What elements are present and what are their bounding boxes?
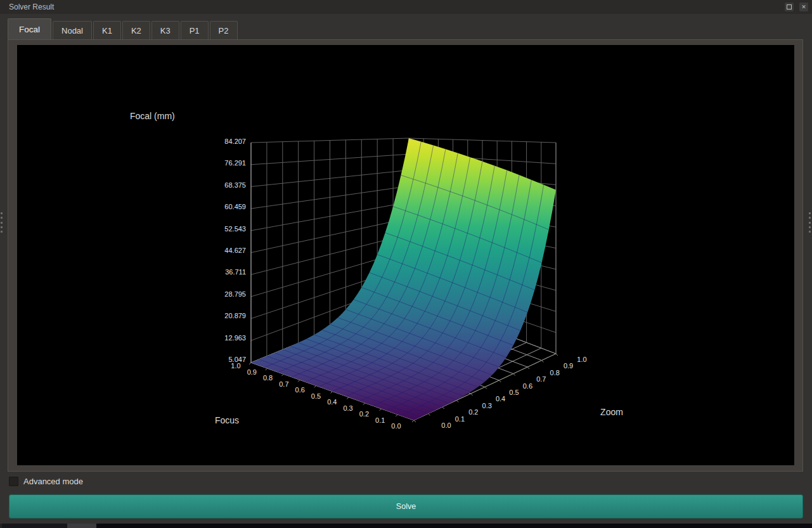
advanced-mode-row: Advanced mode [9, 477, 83, 486]
close-icon: ✕ [801, 4, 806, 10]
zoom-axis-title: Zoom [600, 407, 623, 417]
zoom-tick-label: 0.3 [482, 402, 492, 409]
focus-tick-label: 0.7 [279, 380, 288, 388]
tab-k3[interactable]: K3 [151, 21, 179, 39]
advanced-mode-label: Advanced mode [23, 477, 83, 486]
surface-plot-viewport[interactable]: 84.20776.29168.37560.45952.54344.62736.7… [17, 45, 794, 465]
tab-k1[interactable]: K1 [93, 21, 121, 39]
z-tick-label: 12.963 [224, 334, 246, 342]
tab-focal[interactable]: Focal [8, 18, 51, 39]
zoom-tick-label: 0.5 [509, 389, 519, 396]
focus-tick-label: 0.9 [247, 368, 257, 376]
focus-axis-title: Focus [215, 415, 239, 425]
zoom-tick-label: 0.1 [455, 415, 465, 423]
focus-tick-label: 0.5 [311, 392, 321, 400]
surface-fill [251, 138, 556, 420]
titlebar[interactable]: Solver Result ✕ [0, 0, 812, 14]
zoom-tick-label: 0.4 [496, 395, 505, 402]
tab-label: K3 [160, 26, 171, 35]
close-button[interactable]: ✕ [799, 3, 808, 11]
dock-splitter-handle-right[interactable] [809, 212, 811, 233]
tab-label: K1 [102, 26, 112, 35]
restore-button[interactable] [785, 3, 794, 11]
zoom-tick-label: 0.6 [523, 382, 532, 390]
tab-p2[interactable]: P2 [210, 21, 238, 39]
focus-tick-label: 0.4 [327, 398, 337, 406]
tab-nodal[interactable]: Nodal [53, 21, 92, 39]
solve-button[interactable]: Solve [9, 494, 803, 518]
z-tick-label: 44.627 [224, 247, 246, 254]
tab-label: P1 [190, 26, 200, 35]
restore-icon [787, 4, 792, 10]
tab-content-frame: 84.20776.29168.37560.45952.54344.62736.7… [8, 39, 803, 472]
focus-tick-label: 1.0 [231, 362, 240, 370]
focus-tick-label: 0.2 [359, 410, 369, 418]
tab-label: P2 [219, 26, 229, 35]
zoom-tick-label: 0.0 [441, 422, 451, 429]
zoom-tick-label: 0.9 [564, 362, 573, 370]
tab-label: Focal [19, 25, 40, 34]
focus-tick-label: 0.8 [263, 374, 273, 382]
z-tick-label: 52.543 [224, 225, 246, 233]
focus-tick-label: 0.3 [343, 404, 352, 412]
z-tick-label: 60.459 [224, 203, 246, 210]
z-tick-label: 28.795 [224, 290, 246, 298]
z-tick-label: 20.879 [224, 312, 246, 319]
tab-p1[interactable]: P1 [181, 21, 209, 39]
background-app-strip [0, 524, 812, 528]
focus-tick-label: 0.6 [295, 386, 305, 394]
z-tick-label: 84.207 [224, 138, 246, 145]
z-tick-label: 68.375 [224, 181, 246, 189]
zoom-tick-label: 1.0 [577, 356, 586, 363]
tab-bar: Focal Nodal K1 K2 K3 P1 P2 [8, 14, 238, 39]
focal-surface-chart: 84.20776.29168.37560.45952.54344.62736.7… [17, 45, 794, 465]
zoom-tick-label: 0.7 [536, 375, 546, 383]
z-tick-label: 76.291 [224, 159, 246, 167]
tab-label: K2 [131, 26, 141, 35]
focus-tick-label: 0.0 [391, 422, 401, 430]
window-title: Solver Result [9, 3, 54, 11]
focus-tick-label: 0.1 [375, 416, 385, 424]
tab-label: Nodal [61, 26, 83, 35]
zoom-tick-label: 0.8 [550, 369, 560, 377]
dock-splitter-handle-left[interactable] [1, 212, 3, 233]
solver-result-window: Solver Result ✕ Focal Nodal K1 K2 K3 P1 … [0, 0, 812, 524]
chart-title: Focal (mm) [130, 111, 175, 121]
zoom-tick-label: 0.2 [468, 408, 478, 416]
z-tick-label: 36.711 [225, 268, 246, 276]
tab-k2[interactable]: K2 [122, 21, 150, 39]
advanced-mode-checkbox[interactable] [9, 477, 18, 486]
